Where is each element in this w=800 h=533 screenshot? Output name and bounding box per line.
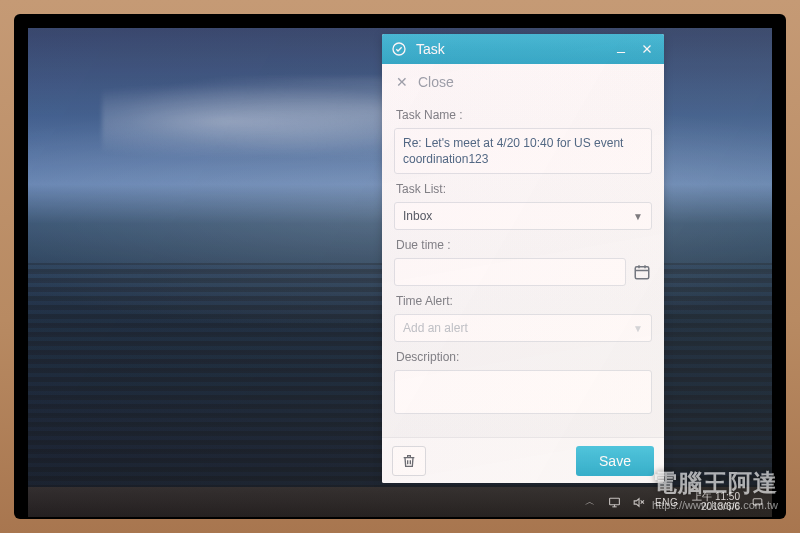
time-alert-select[interactable]: Add an alert ▼ [394, 314, 652, 342]
language-indicator[interactable]: ENG [655, 497, 678, 508]
due-time-input[interactable] [394, 258, 626, 286]
svg-rect-4 [635, 267, 649, 279]
time-alert-placeholder: Add an alert [403, 321, 468, 335]
close-window-button[interactable] [638, 40, 656, 58]
taskbar-clock[interactable]: 上午 11:50 2018/6/6 [692, 492, 740, 513]
label-task-list: Task List: [396, 182, 650, 196]
volume-muted-icon[interactable] [631, 495, 645, 509]
action-center-icon[interactable] [750, 495, 764, 509]
save-button[interactable]: Save [576, 446, 654, 476]
monitor-bezel: Task ✕ Close Task Name : Re: Let's meet [14, 14, 786, 519]
task-panel: Task ✕ Close Task Name : Re: Let's meet [382, 34, 664, 483]
calendar-icon[interactable] [632, 262, 652, 282]
task-panel-titlebar[interactable]: Task [382, 34, 664, 64]
task-list-selected: Inbox [403, 209, 432, 223]
task-name-input[interactable]: Re: Let's meet at 4/20 10:40 for US even… [394, 128, 652, 174]
close-x-icon: ✕ [396, 75, 408, 89]
task-form: Task Name : Re: Let's meet at 4/20 10:40… [382, 96, 664, 437]
delete-button[interactable] [392, 446, 426, 476]
task-name-value: Re: Let's meet at 4/20 10:40 for US even… [403, 136, 623, 166]
task-list-select[interactable]: Inbox ▼ [394, 202, 652, 230]
taskbar[interactable]: ︿ ENG 上午 11:50 2018/6/6 [28, 487, 772, 517]
screen: Task ✕ Close Task Name : Re: Let's meet [28, 28, 772, 517]
svg-rect-15 [753, 498, 762, 504]
network-icon[interactable] [607, 495, 621, 509]
label-task-name: Task Name : [396, 108, 650, 122]
label-due-time: Due time : [396, 238, 650, 252]
description-input[interactable] [394, 370, 652, 414]
svg-rect-10 [609, 498, 619, 505]
close-label: Close [418, 74, 454, 90]
task-check-icon [390, 40, 408, 58]
caret-down-icon: ▼ [633, 323, 643, 334]
task-panel-footer: Save [382, 437, 664, 483]
label-description: Description: [396, 350, 650, 364]
label-time-alert: Time Alert: [396, 294, 650, 308]
minimize-button[interactable] [612, 40, 630, 58]
svg-point-0 [393, 43, 405, 55]
caret-down-icon: ▼ [633, 211, 643, 222]
task-panel-title: Task [416, 41, 604, 57]
photo-background: Task ✕ Close Task Name : Re: Let's meet [0, 0, 800, 533]
close-row[interactable]: ✕ Close [382, 64, 664, 96]
clock-date: 2018/6/6 [692, 502, 740, 513]
tray-chevron-up-icon[interactable]: ︿ [583, 495, 597, 509]
